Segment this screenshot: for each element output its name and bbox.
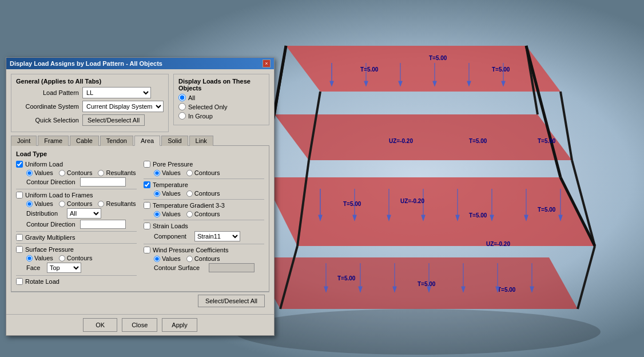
distribution-label: Distribution: [26, 210, 63, 217]
close-button[interactable]: Close: [122, 318, 157, 332]
svg-text:UZ=-0.20: UZ=-0.20: [389, 138, 413, 144]
surface-pressure-row: Surface Pressure: [16, 246, 137, 253]
tab-link[interactable]: Link: [189, 136, 213, 146]
load-pattern-row: Load Pattern LL: [16, 87, 164, 98]
ul-contour-dir-row: Contour Direction: [26, 177, 137, 187]
ulf-values-row: Values: [26, 200, 53, 207]
dialog: Display Load Assigns by Load Pattern - A…: [6, 57, 275, 336]
wp-values-radio[interactable]: [154, 256, 160, 262]
svg-text:T=5.00: T=5.00: [492, 66, 510, 73]
temp-gradient-row: Temperature Gradient 3-3: [144, 202, 264, 209]
uniform-load-checkbox[interactable]: [16, 161, 23, 168]
ok-button[interactable]: OK: [83, 318, 117, 332]
sp-contours-radio[interactable]: [59, 255, 65, 261]
uniform-frames-checkbox[interactable]: [16, 192, 23, 199]
component-label: Component: [154, 233, 191, 240]
pp-values-label: Values: [162, 169, 181, 176]
sp-values-radio[interactable]: [26, 255, 33, 261]
ul-contours-radio[interactable]: [59, 170, 65, 176]
ulf-resultants-label: Resultants: [106, 200, 136, 207]
tab-solid[interactable]: Solid: [161, 136, 188, 146]
display-loads-title: Display Loads on These Objects: [178, 78, 264, 92]
surface-pressure-checkbox[interactable]: [16, 246, 23, 253]
dialog-close-button[interactable]: ×: [263, 60, 271, 68]
coordinate-system-select[interactable]: Current Display System: [82, 101, 164, 112]
wp-contours-radio[interactable]: [186, 256, 193, 262]
rotate-load-checkbox[interactable]: [16, 278, 23, 285]
face-select[interactable]: Top Bottom Side: [47, 263, 81, 273]
svg-text:T=5.00: T=5.00: [418, 281, 436, 287]
ulf-resultants-row: Resultants: [98, 200, 136, 207]
pp-values-radio[interactable]: [154, 170, 160, 176]
gravity-multipliers-checkbox[interactable]: [16, 234, 23, 241]
ulf-contours-radio[interactable]: [59, 201, 65, 207]
load-pattern-select[interactable]: LL: [82, 87, 151, 98]
ulf-contour-dir-input[interactable]: [80, 220, 126, 229]
temp-values-row: Values: [154, 190, 181, 197]
tab-frame[interactable]: Frame: [38, 136, 69, 146]
sp-values-label: Values: [34, 255, 53, 261]
selected-only-label: Selected Only: [188, 104, 227, 110]
contour-surface-input[interactable]: [209, 263, 255, 272]
temp-values-radio[interactable]: [154, 191, 160, 197]
svg-text:T=5.00: T=5.00: [538, 207, 556, 213]
pore-pressure-checkbox[interactable]: [144, 161, 150, 168]
select-deselect-all-button-top[interactable]: Select/Deselect All: [82, 114, 145, 126]
select-deselect-all-bottom-button[interactable]: Select/Deselect All: [198, 295, 265, 307]
face-row: Face Top Bottom Side: [26, 263, 137, 273]
pp-contours-radio[interactable]: [186, 170, 193, 176]
distribution-row: Distribution All Span End: [26, 208, 137, 219]
temp-gradient-checkbox[interactable]: [144, 202, 150, 209]
in-group-radio[interactable]: [178, 112, 186, 120]
ulf-contour-dir-label: Contour Direction: [26, 221, 78, 228]
apply-button[interactable]: Apply: [162, 318, 197, 332]
display-loads-section: Display Loads on These Objects All Selec…: [173, 74, 269, 136]
tg-values-radio[interactable]: [154, 211, 160, 217]
rotate-load-label: Rotate Load: [25, 278, 59, 285]
sp-contours-row: Contours: [59, 255, 93, 261]
svg-text:T=5.00: T=5.00: [429, 55, 447, 61]
wind-pressure-checkbox[interactable]: [144, 247, 150, 253]
pp-contours-label: Contours: [194, 169, 220, 176]
uniform-frames-row: Uniform Load to Frames: [16, 192, 137, 199]
tab-cable[interactable]: Cable: [70, 136, 99, 146]
ulf-values-radio[interactable]: [26, 201, 33, 207]
uniform-load-label: Uniform Load: [25, 161, 63, 168]
contour-surface-row: Contour Surface: [154, 263, 264, 272]
svg-marker-3: [275, 114, 572, 160]
svg-text:T=5.00: T=5.00: [498, 287, 516, 293]
general-section: General (Applies to All Tabs) Load Patte…: [11, 74, 169, 136]
temperature-checkbox[interactable]: [144, 181, 150, 188]
tab-tendon[interactable]: Tendon: [100, 136, 133, 146]
uniform-load-row: Uniform Load: [16, 161, 137, 168]
ul-resultants-radio[interactable]: [98, 170, 104, 176]
temp-contours-radio[interactable]: [186, 191, 193, 197]
pp-values-row: Values: [154, 169, 181, 176]
tg-values-row: Values: [154, 211, 181, 217]
strain-loads-checkbox[interactable]: [144, 223, 150, 229]
ul-resultants-label: Resultants: [106, 169, 136, 176]
ulf-resultants-radio[interactable]: [98, 201, 104, 207]
dialog-titlebar: Display Load Assigns by Load Pattern - A…: [6, 58, 274, 69]
coordinate-system-label: Coordinate System: [16, 103, 79, 110]
ul-values-radio[interactable]: [26, 170, 33, 176]
tg-contours-radio[interactable]: [186, 211, 193, 217]
gravity-multipliers-row: Gravity Multipliers: [16, 234, 137, 241]
tabs-row: Joint Frame Cable Tendon Area Solid Link: [11, 136, 269, 146]
ul-contours-row: Contours: [59, 169, 93, 176]
distribution-select[interactable]: All Span End: [67, 208, 101, 219]
coordinate-system-row: Coordinate System Current Display System: [16, 101, 164, 112]
svg-text:T=5.00: T=5.00: [469, 138, 487, 144]
selected-only-radio[interactable]: [178, 103, 186, 110]
bottom-bar: Select/Deselect All: [11, 292, 269, 310]
tab-area[interactable]: Area: [134, 136, 160, 146]
tab-content-area: Load Type Uniform Load Values: [11, 145, 269, 292]
component-row: Component Strain11 Strain22 Strain12: [154, 231, 264, 241]
ul-contour-dir-input[interactable]: [80, 177, 126, 187]
top-section: General (Applies to All Tabs) Load Patte…: [11, 74, 269, 136]
tab-joint[interactable]: Joint: [11, 136, 37, 146]
svg-text:UZ=-0.20: UZ=-0.20: [486, 241, 510, 247]
ulf-radio-group: Values Contours Resultants: [26, 200, 137, 207]
component-select[interactable]: Strain11 Strain22 Strain12: [194, 231, 240, 241]
all-radio[interactable]: [178, 94, 186, 101]
